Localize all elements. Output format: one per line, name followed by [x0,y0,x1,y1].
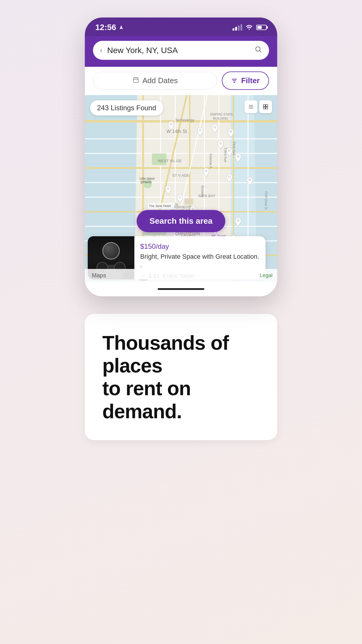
add-dates-button[interactable]: Add Dates [93,72,217,90]
svg-text:WEST VIL  GE: WEST VIL GE [158,159,182,163]
map-pin-8[interactable] [201,168,211,180]
map-pin-2[interactable] [196,127,205,139]
listing-price: $150/day [140,242,260,251]
svg-text:FDR Drive N: FDR Drive N [264,191,268,209]
promo-text: Thousands of places to rent on demand. [102,331,260,423]
back-button[interactable]: ‹ [100,46,103,55]
search-location-text: New York, NY, USA [107,46,250,55]
map-pin-3[interactable] [210,124,219,136]
svg-text:ST V  AGE: ST V AGE [172,173,189,178]
svg-text:The Jane Hotel: The Jane Hotel [149,204,171,208]
price-value: $150 [140,242,156,250]
map-view-toggles [245,100,272,113]
promo-line2: to rent on demand. [102,377,191,422]
map-pin-9[interactable] [225,174,234,186]
list-view-toggle[interactable] [245,100,257,113]
listing-name: Bright, Private Space with Great Locatio… [140,253,260,269]
map-pin-12[interactable] [175,194,184,206]
svg-text:EMPIRE STATE: EMPIRE STATE [210,113,233,116]
svg-rect-74 [266,105,268,107]
map-pin-1[interactable] [166,121,176,133]
promo-line1: Thousands of places [102,332,229,377]
maps-brand-text: Maps [92,272,106,279]
map-pin-14[interactable] [233,218,243,229]
svg-text:Bowery: Bowery [201,186,205,197]
phone-shell: 12:56 ‹ New York, NY, USA [85,18,277,296]
svg-text:Technology: Technology [175,118,194,122]
map-pin-11[interactable] [164,186,173,197]
svg-text:Little Island: Little Island [140,177,154,180]
grid-view-toggle[interactable] [259,100,272,113]
battery-icon [256,25,267,30]
search-area-header: ‹ New York, NY, USA [85,36,277,67]
search-area-button[interactable]: Search this area [137,210,225,232]
svg-line-1 [260,51,261,52]
home-indicator [85,282,277,296]
svg-text:Avenue A: Avenue A [209,153,213,168]
legal-link[interactable]: Legal [260,272,273,279]
map-container[interactable]: W 14th St SOHO CHINATOWN W Houston St Ca… [85,95,277,282]
clock: 12:56 [95,23,116,32]
map-pin-7[interactable] [233,153,243,165]
calendar-icon [133,77,139,85]
signal-icon [233,24,242,31]
svg-text:@Pier55: @Pier55 [140,181,152,184]
wifi-icon [246,25,253,30]
svg-rect-75 [263,107,266,109]
svg-rect-49 [184,199,193,204]
svg-rect-76 [266,107,268,109]
promo-section: Thousands of places to rent on demand. [85,314,277,440]
svg-rect-73 [263,105,266,107]
map-pin-6[interactable] [225,148,234,159]
home-bar [158,288,204,290]
map-pin-5[interactable] [216,140,225,152]
svg-rect-2 [133,78,138,83]
status-bar: 12:56 [85,18,277,36]
filter-button[interactable]: Filter [222,71,269,90]
filter-row: Add Dates Filter [85,67,277,95]
apple-maps-brand: Maps [89,272,106,279]
location-arrow-icon [119,25,124,30]
map-pin-10[interactable] [245,177,254,188]
search-bar[interactable]: ‹ New York, NY, USA [93,41,269,60]
add-dates-label: Add Dates [143,76,178,85]
listings-count-badge: 243 Listings Found [90,100,163,116]
maps-footer: Maps Legal [85,269,277,282]
svg-text:BUILDING: BUILDING [213,117,228,120]
price-per: /day [156,242,169,250]
salon-mirror [102,242,120,260]
listings-count-text: 243 Listings Found [97,104,156,112]
filter-icon [231,78,238,84]
map-pin-4[interactable] [226,129,236,140]
search-icon[interactable] [254,46,262,55]
status-time: 12:56 [95,23,124,32]
filter-label: Filter [241,76,260,85]
status-icons [233,24,267,31]
